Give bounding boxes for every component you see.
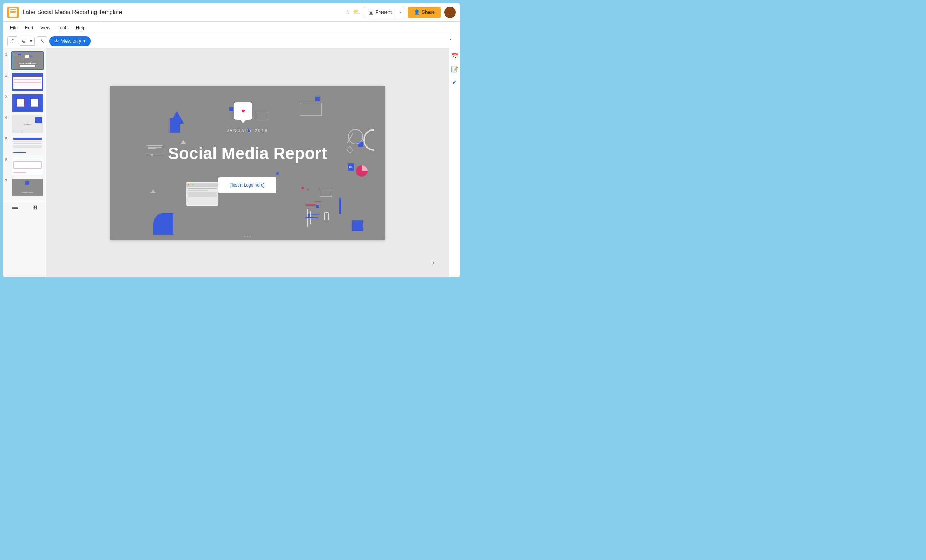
next-slide-button[interactable]: › (432, 259, 434, 266)
star-icon[interactable]: ☆ (345, 9, 350, 15)
zoom-out-button[interactable]: ⊕ (20, 37, 28, 45)
logo-placeholder-text: [Insert Logo here] (230, 183, 265, 188)
cursor-icon: ↖ (40, 38, 44, 44)
menu-edit[interactable]: Edit (22, 24, 36, 32)
calendar-sidebar-icon[interactable]: 📅 (451, 52, 458, 60)
present-icon: ▣ (369, 9, 373, 15)
slide-item-2[interactable]: 2 (5, 72, 44, 91)
menu-view[interactable]: View (37, 24, 53, 32)
slide-thumbnail-2[interactable] (11, 72, 44, 91)
list-icon: ▬ (12, 204, 18, 210)
doc-icon (7, 6, 19, 18)
menu-file[interactable]: File (7, 24, 21, 32)
slide-item-4[interactable]: 4 Instagram (5, 115, 44, 133)
app: Later Social Media Reporting Template ☆ … (0, 0, 463, 280)
share-button[interactable]: 👤 Share (408, 6, 440, 18)
slide-number-4: 4 (5, 115, 9, 120)
slide-number-3: 3 (5, 94, 9, 99)
slide-area: ♥ (46, 48, 449, 277)
print-button[interactable]: 🖨 (7, 36, 17, 46)
slide7-label: Instagram Stories (12, 192, 43, 193)
slide-number-5: 5 (5, 136, 9, 141)
titlebar: Later Social Media Reporting Template ☆ … (3, 3, 460, 22)
slide-number-2: 2 (5, 72, 9, 77)
logo-placeholder-box: [Insert Logo here] (218, 177, 276, 193)
share-label: Share (422, 9, 435, 15)
view-only-dropdown-icon: ▾ (83, 38, 86, 44)
slide-item-5[interactable]: 5 (5, 136, 44, 155)
slide1-title: Social Media Report (12, 62, 43, 64)
right-sidebar: 📅 📝 ✔ (449, 48, 460, 277)
slide-panel: 1 ♥ Social Media Re (3, 48, 46, 200)
present-label: Present (375, 9, 392, 15)
slide-thumbnail-4[interactable]: Instagram (11, 115, 44, 133)
toolbar: 🖨 ⊕ ▾ ↖ 👁 View only ▾ ⌃ (3, 34, 460, 48)
slide-thumbnail-5[interactable] (11, 136, 44, 155)
slide-item-3[interactable]: 3 (5, 94, 44, 112)
slide4-label: Instagram (12, 123, 43, 125)
window: Later Social Media Reporting Template ☆ … (3, 3, 460, 277)
task-sidebar-icon[interactable]: 📝 (451, 65, 458, 73)
slide-number-1: 1 (5, 51, 9, 56)
main-content: 1 ♥ Social Media Re (3, 48, 460, 277)
menubar: File Edit View Tools Help (3, 22, 460, 34)
collapse-button[interactable]: ⌃ (446, 36, 456, 46)
document-title: Later Social Media Reporting Template (23, 9, 342, 15)
grid-view-button[interactable]: ⊞ (29, 202, 40, 212)
grid-icon: ⊞ (32, 204, 37, 211)
present-main[interactable]: ▣ Present (364, 7, 396, 18)
user-avatar[interactable] (444, 6, 456, 18)
slide-item-6[interactable]: 6 (5, 157, 44, 176)
header-right: ▣ Present ▾ 👤 Share (364, 6, 456, 18)
slide-panel-bottom: ▬ ⊞ (3, 200, 46, 214)
slide-thumbnail-1[interactable]: ♥ Social Media Report (11, 51, 44, 70)
cursor-button[interactable]: ↖ (37, 36, 47, 46)
slide-thumbnail-6[interactable] (11, 157, 44, 176)
view-only-label: View only (61, 38, 81, 44)
slide-item-1[interactable]: 1 ♥ Social Media Re (5, 51, 44, 70)
check-sidebar-icon[interactable]: ✔ (451, 78, 458, 86)
cloud-sync-icon: ⛅ (353, 9, 360, 15)
menu-tools[interactable]: Tools (54, 24, 71, 32)
slide-thumbnail-3[interactable] (11, 94, 44, 112)
present-dropdown-arrow[interactable]: ▾ (396, 7, 404, 18)
print-icon: 🖨 (10, 38, 15, 44)
share-icon: 👤 (414, 9, 419, 15)
slide-subtitle: JANUARY 2019 (110, 128, 385, 133)
eye-icon: 👁 (54, 38, 59, 44)
present-button[interactable]: ▣ Present ▾ (364, 6, 404, 18)
slide-thumbnail-7[interactable]: Instagram Stories (11, 178, 44, 197)
view-only-button[interactable]: 👁 View only ▾ (49, 36, 91, 46)
main-slide: ♥ (110, 86, 385, 240)
zoom-dropdown-button[interactable]: ▾ (28, 37, 34, 45)
title-icons: ☆ ⛅ (345, 9, 360, 15)
slide-main-title: Social Media Report (110, 143, 385, 163)
slide-number-6: 6 (5, 157, 9, 162)
slide-number-7: 7 (5, 178, 9, 183)
list-view-button[interactable]: ▬ (9, 202, 21, 212)
zoom-group[interactable]: ⊕ ▾ (20, 37, 35, 45)
menu-help[interactable]: Help (73, 24, 89, 32)
slide-item-7[interactable]: 7 Instagram Stories (5, 178, 44, 197)
slide-dots (244, 236, 251, 237)
